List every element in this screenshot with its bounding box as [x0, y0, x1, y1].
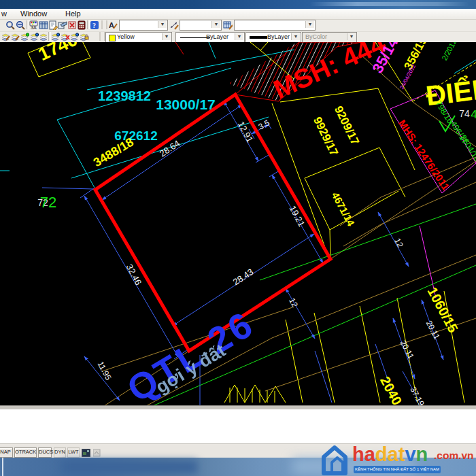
- drawing-canvas[interactable]: 1740123981213000/176726123488/187272MSH:…: [0, 42, 476, 405]
- table-style-icon[interactable]: [223, 20, 233, 30]
- properties-toolbar: Yellow▼ByLayer▼ByLayer▼ByColor▼: [0, 32, 476, 43]
- clean-screen-icon[interactable]: [93, 447, 102, 456]
- toolbar-grip[interactable]: [99, 32, 105, 41]
- dimension-line: [42, 188, 94, 189]
- logo-letter: a: [388, 443, 398, 465]
- layer-freeze-icon[interactable]: [51, 32, 61, 41]
- tool-palettes-icon[interactable]: 3A: [29, 20, 39, 30]
- yellow-parcel-line: [330, 230, 330, 258]
- hadatvn-watermark: hadatvn .com.vn KÊNH THÔNG TIN NHÀ ĐẤT S…: [318, 439, 476, 476]
- linetype-combo[interactable]: ByLayer▼: [175, 32, 245, 43]
- color-combo-value: Yellow: [117, 33, 135, 40]
- command-line-area[interactable]: [0, 409, 476, 443]
- toolbar-edge-icon[interactable]: [0, 20, 5, 30]
- toolbar-separator: [48, 32, 51, 41]
- text-style-icon[interactable]: A: [108, 20, 118, 30]
- svg-text:3A: 3A: [31, 25, 37, 30]
- tan-parcel-line: [265, 318, 476, 391]
- logo-letter: d: [375, 443, 388, 465]
- dim-style-combo[interactable]: ▼: [180, 20, 222, 31]
- dimension-style-icon[interactable]: [169, 20, 179, 30]
- yellow-parcel-line: [305, 148, 379, 178]
- taskbar-blur-dark: [61, 460, 197, 474]
- map-label: 28.43: [231, 267, 255, 287]
- make-layer-current-icon[interactable]: [30, 32, 39, 41]
- zoom-realtime-icon[interactable]: [5, 20, 15, 30]
- map-label: 11.95: [96, 360, 114, 382]
- yellow-parcel-line: [379, 148, 405, 197]
- layer-off-icon[interactable]: [61, 32, 70, 41]
- text-style-combo[interactable]: ▼: [119, 20, 168, 31]
- layer-walk-icon[interactable]: [39, 32, 49, 41]
- lineweight-combo-value: ByLayer: [267, 33, 290, 40]
- map-label: 4671/14: [330, 190, 358, 228]
- cyan-parcel-line: [454, 60, 476, 73]
- logo-domain: .com.vn: [434, 449, 474, 462]
- autocad-window: wWindowHelp 3A?A▼▼▼ Yellow▼ByLayer▼ByLay…: [0, 0, 476, 476]
- logo-letter: v: [405, 443, 415, 465]
- layer-previous-icon[interactable]: [1, 32, 11, 41]
- markup-manager-icon[interactable]: [58, 20, 67, 30]
- cyan-parcel-line: [57, 120, 95, 188]
- linetype-combo-value: ByLayer: [206, 33, 228, 40]
- plotstyle-combo[interactable]: ByColor▼: [302, 32, 357, 43]
- map-label: 9209/17: [332, 104, 362, 148]
- menu-bar: wWindowHelp: [0, 9, 476, 20]
- dropdown-arrow-icon[interactable]: ▼: [235, 33, 243, 40]
- layer-match-icon[interactable]: [80, 32, 89, 41]
- layer-states-icon[interactable]: [11, 32, 20, 41]
- map-label: 2/2012: [440, 42, 458, 62]
- lineweight-sample: [250, 36, 267, 39]
- table-style-combo[interactable]: ▼: [234, 20, 316, 31]
- model-space-icon[interactable]: [82, 447, 90, 456]
- title-bar-highlight: [309, 2, 469, 6]
- help-icon[interactable]: ?: [90, 20, 99, 30]
- status-toggle-ducs[interactable]: DUCS: [38, 447, 52, 458]
- dimension-line: [286, 288, 315, 339]
- dropdown-arrow-icon[interactable]: ▼: [291, 33, 300, 40]
- lineweight-combo[interactable]: ByLayer▼: [245, 32, 301, 43]
- dropdown-arrow-icon[interactable]: ▼: [347, 33, 356, 40]
- designcenter-icon[interactable]: [39, 20, 48, 30]
- dropdown-arrow-icon[interactable]: ▼: [305, 21, 314, 28]
- map-label: 74: [459, 108, 470, 119]
- taskbar-divider: [2, 458, 3, 476]
- map-label: 3488/18: [91, 135, 136, 170]
- block-editor-icon[interactable]: [67, 20, 77, 30]
- logo-letter: n: [416, 443, 428, 465]
- status-toggle-lwt[interactable]: LWT: [67, 447, 80, 458]
- menu-item-window[interactable]: Window: [20, 10, 47, 18]
- dropdown-arrow-icon[interactable]: ▼: [158, 21, 167, 28]
- dimension-line: [269, 171, 278, 177]
- layer-lock-icon[interactable]: [70, 32, 80, 41]
- map-label: ĐIỂM: [424, 71, 476, 112]
- color-combo[interactable]: Yellow▼: [105, 32, 172, 43]
- map-label: 3604/16: [458, 133, 476, 163]
- yellow-parcel-line: [250, 42, 268, 50]
- map-label: 37.19: [408, 386, 426, 405]
- toolbar-grip[interactable]: [101, 20, 107, 29]
- cyan-parcel-line: [209, 42, 216, 58]
- map-label: 4: [471, 108, 476, 121]
- status-toggle-otrack[interactable]: OTRACK: [14, 447, 37, 458]
- zoom-previous-icon[interactable]: [16, 20, 25, 30]
- title-bar: [0, 0, 476, 9]
- logo-letter: t: [398, 443, 405, 465]
- dropdown-arrow-icon[interactable]: ▼: [211, 21, 220, 28]
- status-toggle-snap[interactable]: SNAP: [0, 447, 13, 458]
- logo-letter: a: [364, 443, 375, 465]
- dimension-line: [315, 351, 332, 403]
- menu-item-help[interactable]: Help: [65, 10, 81, 18]
- map-label: 1239812: [98, 88, 151, 103]
- svg-text:?: ?: [92, 22, 96, 29]
- status-toggle-dyn[interactable]: DYN: [54, 447, 66, 458]
- dropdown-arrow-icon[interactable]: ▼: [162, 33, 171, 40]
- menu-item-w[interactable]: w: [1, 10, 7, 18]
- layer-isolate-icon[interactable]: [20, 32, 30, 41]
- standard-toolbar: 3A?A▼▼▼: [0, 20, 476, 32]
- map-label: 20.11: [424, 319, 442, 341]
- quickcalc-icon[interactable]: [77, 20, 86, 30]
- map-label: 12: [287, 296, 300, 309]
- plotstyle-combo-value: ByColor: [305, 33, 327, 40]
- sheetset-manager-icon[interactable]: [48, 20, 58, 30]
